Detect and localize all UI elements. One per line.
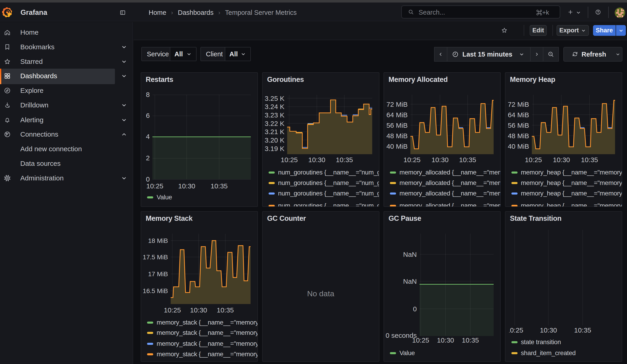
svg-text:10:35: 10:35	[459, 156, 476, 163]
svg-text:40 MiB: 40 MiB	[386, 143, 408, 150]
svg-text:10:35: 10:35	[462, 336, 479, 344]
svg-text:0: 0	[413, 305, 417, 313]
svg-text:8: 8	[146, 91, 150, 98]
svg-text:64 MiB: 64 MiB	[386, 111, 408, 119]
svg-text:10:25: 10:25	[164, 306, 181, 314]
svg-text:3.21 K: 3.21 K	[264, 128, 284, 135]
svg-text:10:25: 10:25	[412, 336, 429, 344]
svg-text:6: 6	[146, 112, 150, 119]
svg-text:40 MiB: 40 MiB	[508, 143, 529, 150]
svg-text:56 MiB: 56 MiB	[386, 122, 408, 129]
svg-text:16.5 MiB: 16.5 MiB	[143, 287, 168, 294]
svg-text:4: 4	[146, 133, 150, 140]
svg-text:3.19 K: 3.19 K	[264, 145, 284, 152]
svg-text:17.5 MiB: 17.5 MiB	[143, 254, 168, 261]
svg-text:NaN: NaN	[403, 251, 417, 258]
svg-text:48 MiB: 48 MiB	[386, 132, 408, 140]
svg-text:10:30: 10:30	[178, 182, 195, 190]
svg-text:3.22 K: 3.22 K	[264, 120, 284, 127]
svg-text:3.24 K: 3.24 K	[264, 103, 284, 110]
svg-text:10:25: 10:25	[403, 156, 420, 163]
svg-text:10:35: 10:35	[336, 156, 353, 163]
svg-text:10:35: 10:35	[574, 326, 591, 334]
svg-text:10:30: 10:30	[308, 156, 325, 163]
svg-text:56 MiB: 56 MiB	[508, 122, 529, 129]
svg-text:10:35: 10:35	[210, 182, 228, 190]
svg-text:10:30: 10:30	[553, 156, 570, 163]
svg-text:64 MiB: 64 MiB	[508, 111, 529, 119]
svg-text:10:30: 10:30	[190, 306, 207, 314]
svg-text:10:25: 10:25	[280, 156, 298, 163]
svg-text:10:35: 10:35	[581, 156, 598, 163]
svg-text:10:30: 10:30	[437, 336, 454, 344]
svg-text:72 MiB: 72 MiB	[508, 101, 529, 108]
svg-text:NaN: NaN	[403, 278, 417, 285]
svg-text:18 MiB: 18 MiB	[148, 237, 168, 244]
svg-text:10:25: 10:25	[525, 156, 542, 163]
svg-text:10:25: 10:25	[506, 326, 523, 334]
svg-text:17 MiB: 17 MiB	[148, 270, 168, 278]
svg-text:72 MiB: 72 MiB	[386, 101, 408, 108]
svg-text:2: 2	[146, 154, 150, 162]
svg-text:10:30: 10:30	[540, 326, 557, 334]
svg-text:0: 0	[146, 175, 150, 183]
svg-text:3.23 K: 3.23 K	[264, 111, 284, 119]
svg-text:3.20 K: 3.20 K	[264, 136, 284, 144]
svg-text:3.25 K: 3.25 K	[264, 95, 284, 102]
svg-text:10:25: 10:25	[146, 182, 163, 190]
svg-text:10:35: 10:35	[217, 306, 234, 314]
svg-text:10:30: 10:30	[431, 156, 448, 163]
svg-text:48 MiB: 48 MiB	[508, 132, 529, 140]
